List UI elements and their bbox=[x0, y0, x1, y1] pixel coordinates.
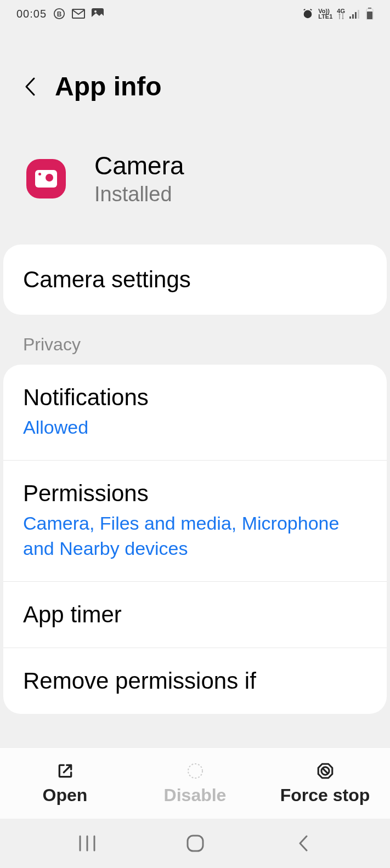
force-stop-button[interactable]: Force stop bbox=[260, 748, 390, 819]
svg-rect-8 bbox=[355, 12, 357, 19]
message-b-icon: B bbox=[53, 8, 65, 20]
home-icon bbox=[186, 834, 205, 853]
remove-permissions-title: Remove permissions if bbox=[23, 668, 367, 694]
permissions-item[interactable]: Permissions Camera, Files and media, Mic… bbox=[3, 461, 387, 582]
signal-icon bbox=[349, 9, 361, 19]
chevron-left-icon bbox=[24, 77, 36, 97]
app-timer-title: App timer bbox=[23, 602, 367, 628]
system-nav-bar bbox=[0, 819, 390, 868]
camera-icon bbox=[35, 170, 57, 188]
permissions-title: Permissions bbox=[23, 480, 367, 507]
notifications-item[interactable]: Notifications Allowed bbox=[3, 365, 387, 461]
svg-point-5 bbox=[304, 10, 312, 19]
data-type-indicator: 4G bbox=[337, 8, 345, 19]
svg-rect-12 bbox=[367, 12, 372, 19]
alarm-icon bbox=[302, 8, 314, 20]
notifications-value: Allowed bbox=[23, 415, 367, 440]
volte-indicator: Vo)) LTE1 bbox=[318, 8, 332, 19]
home-button[interactable] bbox=[182, 830, 209, 857]
app-install-status: Installed bbox=[94, 183, 184, 206]
permissions-value: Camera, Files and media, Microphone and … bbox=[23, 511, 367, 561]
bottom-action-bar: Open Disable Force stop bbox=[0, 747, 390, 819]
app-timer-item[interactable]: App timer bbox=[3, 582, 387, 648]
svg-text:B: B bbox=[57, 10, 62, 18]
page-header: App info bbox=[0, 27, 390, 118]
battery-icon bbox=[366, 8, 374, 20]
status-bar: 00:05 B Vo)) LTE1 4G bbox=[0, 0, 390, 27]
svg-rect-7 bbox=[352, 14, 354, 19]
status-left: 00:05 B bbox=[16, 8, 104, 20]
force-stop-label: Force stop bbox=[280, 785, 370, 805]
image-icon bbox=[92, 8, 104, 19]
back-button[interactable] bbox=[22, 76, 38, 98]
svg-point-13 bbox=[188, 764, 202, 778]
svg-line-16 bbox=[323, 768, 328, 774]
disable-icon bbox=[186, 761, 204, 781]
svg-point-4 bbox=[94, 10, 97, 13]
status-right: Vo)) LTE1 4G bbox=[302, 8, 374, 20]
svg-rect-6 bbox=[349, 16, 351, 19]
force-stop-icon bbox=[316, 761, 335, 781]
privacy-card: Notifications Allowed Permissions Camera… bbox=[3, 365, 387, 714]
svg-rect-9 bbox=[358, 10, 359, 19]
clock-time: 00:05 bbox=[16, 8, 47, 20]
notifications-title: Notifications bbox=[23, 384, 367, 411]
app-summary: Camera Installed bbox=[0, 118, 390, 245]
page-title: App info bbox=[55, 71, 162, 101]
privacy-section-label: Privacy bbox=[0, 315, 390, 365]
remove-permissions-item[interactable]: Remove permissions if bbox=[3, 648, 387, 714]
disable-label: Disable bbox=[164, 785, 227, 805]
camera-settings-label: Camera settings bbox=[23, 266, 367, 293]
svg-rect-20 bbox=[188, 836, 203, 851]
disable-button: Disable bbox=[130, 748, 260, 819]
open-icon bbox=[56, 761, 74, 781]
app-name: Camera bbox=[94, 151, 184, 180]
gmail-icon bbox=[72, 9, 85, 19]
app-icon bbox=[26, 159, 66, 198]
recents-button[interactable] bbox=[74, 830, 101, 857]
nav-back-button[interactable] bbox=[290, 830, 317, 857]
open-button[interactable]: Open bbox=[0, 748, 130, 819]
recents-icon bbox=[78, 835, 97, 852]
camera-settings-item[interactable]: Camera settings bbox=[3, 245, 387, 315]
chevron-left-icon bbox=[297, 834, 309, 853]
open-label: Open bbox=[43, 785, 88, 805]
content-area: App info Camera Installed Camera setting… bbox=[0, 27, 390, 747]
